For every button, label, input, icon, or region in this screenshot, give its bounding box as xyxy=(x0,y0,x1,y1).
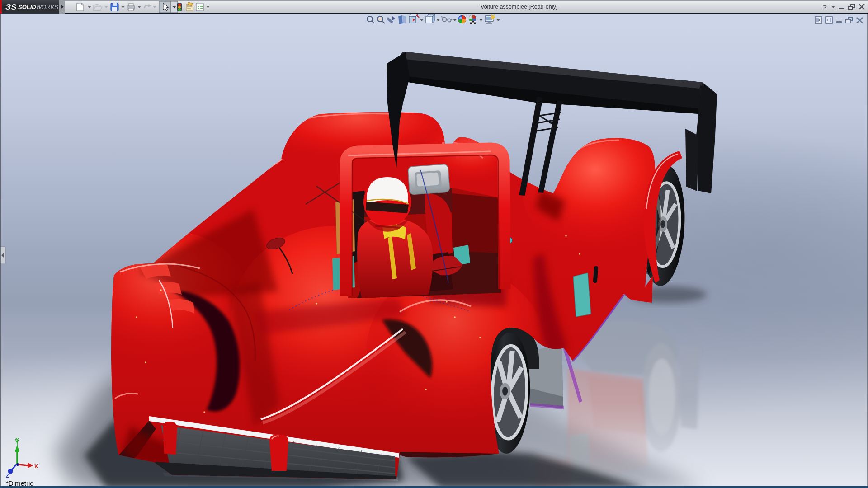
svg-text:?: ? xyxy=(823,3,827,11)
svg-text:Z: Z xyxy=(6,473,9,479)
svg-text:Y: Y xyxy=(15,437,19,443)
svg-text:ЗS: ЗS xyxy=(5,2,17,12)
svg-text:*Dimetric: *Dimetric xyxy=(6,479,33,487)
svg-text:SOLIDWORKS: SOLIDWORKS xyxy=(18,4,58,10)
svg-text:X: X xyxy=(34,463,38,469)
svg-text:Voiture assomblee [Read-only]: Voiture assomblee [Read-only] xyxy=(481,4,557,10)
